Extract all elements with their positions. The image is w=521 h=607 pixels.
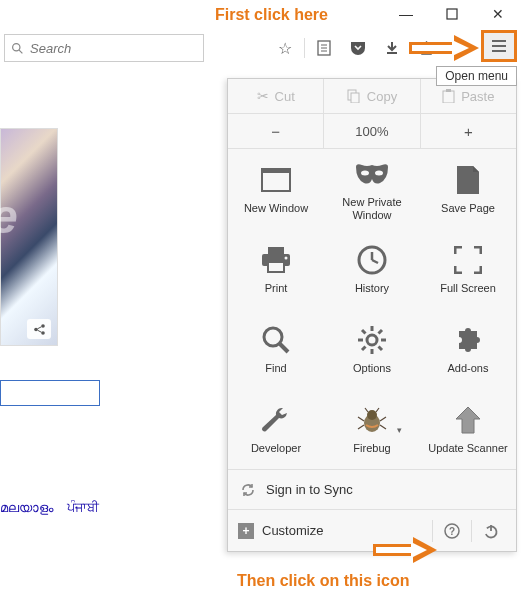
svg-rect-17 [263,173,289,190]
copy-icon [347,89,361,103]
options-button[interactable]: Options [324,309,420,389]
annotation-arrow-1 [409,32,479,64]
find-label: Find [265,362,286,375]
downloads-button[interactable] [375,34,409,62]
printer-icon [260,242,292,278]
gear-icon [357,322,387,358]
print-label: Print [265,282,288,295]
update-scanner-label: Update Scanner [428,442,508,455]
cut-button[interactable]: ✂Cut [228,79,324,113]
svg-rect-22 [268,262,284,272]
copy-label: Copy [367,89,397,104]
new-private-window-button[interactable]: New Private Window [324,149,420,229]
fullscreen-icon [454,242,482,278]
svg-line-2 [19,50,22,53]
svg-point-27 [264,328,282,346]
svg-line-35 [379,347,383,351]
mask-icon [354,156,390,192]
pocket-button[interactable] [341,34,375,62]
close-button[interactable]: ✕ [475,0,521,28]
svg-rect-13 [351,93,359,103]
svg-rect-10 [412,45,452,51]
language-links: മലയാളം ਪੰਜਾਬੀ [0,500,109,516]
svg-point-29 [367,335,377,345]
history-button[interactable]: History [324,229,420,309]
sync-label: Sign in to Sync [266,482,353,497]
svg-line-26 [372,260,378,263]
svg-point-1 [13,43,20,50]
customize-button[interactable]: + Customize [238,523,323,539]
paste-icon [442,89,455,103]
page-content: e [0,128,60,346]
plus-icon: + [238,523,254,539]
window-icon [260,162,292,198]
minimize-button[interactable]: — [383,0,429,28]
maximize-button[interactable] [429,0,475,28]
annotation-arrow-2 [373,535,437,565]
svg-line-36 [362,347,366,351]
menu-panel: ✂Cut Copy Paste − 100% + New Window New … [227,78,517,552]
history-label: History [355,282,389,295]
svg-line-51 [37,326,41,328]
svg-point-19 [375,170,383,175]
svg-rect-15 [446,89,451,92]
update-scanner-button[interactable]: Update Scanner [420,389,516,469]
paste-label: Paste [461,89,494,104]
magnifier-icon [261,322,291,358]
share-icon[interactable] [27,319,51,339]
search-box[interactable] [4,34,204,62]
zoom-in-button[interactable]: + [421,114,516,148]
cut-label: Cut [275,89,295,104]
wrench-icon [260,402,292,438]
annotation-text-2: Then click on this icon [237,572,409,590]
search-icon [11,42,24,55]
sync-button[interactable]: Sign in to Sync [228,469,516,509]
zoom-out-button[interactable]: − [228,114,324,148]
puzzle-icon [453,322,483,358]
menu-grid: New Window New Private Window Save Page … [228,149,516,469]
menu-tooltip: Open menu [436,66,517,86]
svg-point-18 [361,170,369,175]
quit-button[interactable] [476,523,506,539]
reader-button[interactable] [307,34,341,62]
firebug-label: Firebug [353,442,390,455]
svg-line-28 [280,344,288,352]
svg-rect-20 [268,247,284,254]
svg-point-48 [41,324,45,328]
find-button[interactable]: Find [228,309,324,389]
help-button[interactable]: ? [437,523,467,539]
copy-button[interactable]: Copy [324,79,420,113]
svg-point-23 [285,257,288,260]
search-input[interactable] [30,41,197,56]
menu-button[interactable] [484,33,514,59]
annotation-text-1: First click here [215,6,328,24]
svg-rect-0 [447,9,457,19]
hamburger-icon [492,40,506,52]
developer-button[interactable]: Developer [228,389,324,469]
focused-input[interactable] [0,380,100,406]
svg-point-50 [41,331,45,335]
customize-label: Customize [262,523,323,538]
clock-icon [357,242,387,278]
svg-rect-46 [376,547,411,553]
lang-link-pa[interactable]: ਪੰਜਾਬੀ [67,500,99,515]
zoom-level[interactable]: 100% [324,114,420,148]
full-screen-button[interactable]: Full Screen [420,229,516,309]
save-page-button[interactable]: Save Page [420,149,516,229]
svg-text:?: ? [449,526,455,537]
print-button[interactable]: Print [228,229,324,309]
firebug-button[interactable]: ▾ Firebug [324,389,420,469]
lang-link-ml[interactable]: മലയാളം [0,500,53,515]
new-window-button[interactable]: New Window [228,149,324,229]
bookmark-star-button[interactable]: ☆ [268,34,302,62]
addons-button[interactable]: Add-ons [420,309,516,389]
svg-point-49 [34,327,38,331]
svg-line-34 [362,330,366,334]
svg-rect-14 [443,91,454,103]
addons-label: Add-ons [448,362,489,375]
scissors-icon: ✂ [257,88,269,104]
doodle-image[interactable]: e [0,128,58,346]
page-icon [456,162,480,198]
window-controls: — ✕ [383,0,521,28]
developer-label: Developer [251,442,301,455]
